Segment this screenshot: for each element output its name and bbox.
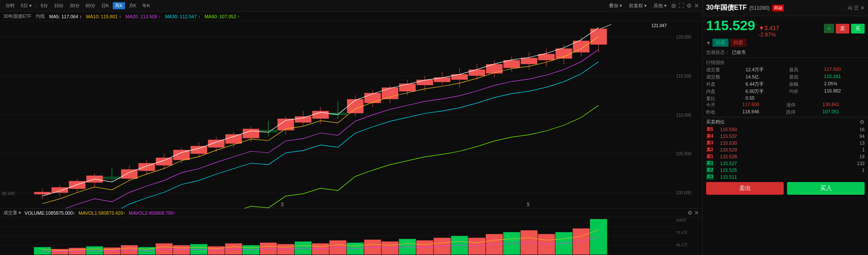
stats-grid: 成交量 12.4万手 最高 117.600 成交额 14.5亿 最低 115.1… [703,67,868,102]
ma-type-label: 均线 [36,13,45,20]
price-change-abs: ▼3.417 [759,25,779,31]
price-change: ▼3.417 -2.87% [759,25,779,38]
stat-label-waipan: 外盘 [706,81,744,87]
flash-sell-button[interactable]: 闪卖 [730,39,746,47]
lianghao-badge: 两融 [772,5,784,11]
ob-vol-sell4: 94 [743,134,865,139]
order-book-header: 买卖档位 ⚙ [703,118,868,126]
period-weekly[interactable]: 周K [113,2,125,9]
ob-price-sell2: 115.529 [714,147,743,152]
ma10-value: MA10: 115.801 ↑ [86,14,121,19]
stat-val-neipan: 6.00万手 [746,88,787,95]
down-arrow: ▼ [706,40,711,45]
ob-settings-icon[interactable]: ⚙ [860,119,865,125]
add-button[interactable]: ＋ [824,24,834,33]
stat-val-dieting: 107.051 [823,109,865,115]
vol-label: 成交量 ▾ [3,210,21,216]
overlay-btn[interactable]: 叠加 ▾ [607,2,624,9]
ob-row-sell2: 卖2 115.529 1 [706,146,865,153]
sep1: | [36,3,37,8]
stat-val-waipan: 6.44万手 [746,81,787,87]
ob-side-sell4: 卖4 [706,133,714,139]
stat-label-liangbi: 量比 [706,95,744,102]
stat-label-dieting: 跌停 [786,109,821,115]
stat-label-neipan: 内盘 [706,88,744,95]
vol-v2: MAVOL1:580873.420↑ [78,210,125,216]
vol-settings-icon[interactable]: ⚙ [687,210,693,216]
market-section-title: 行情报价 [703,59,868,67]
ob-row-sell4: 卖4 115.537 94 [706,133,865,140]
stock-code: (511090) [749,5,770,11]
stat-val-zuigao: 117.600 [824,67,865,73]
stock-label: 30年国债ETF [3,13,31,20]
stat-val-zuidi: 115.161 [824,74,865,80]
volume-panel: 成交量 ▾ VOLUME:1085875.000↑ MAVOL1:580873.… [0,208,702,255]
ai-button[interactable]: Ai [848,5,852,11]
volume-chart[interactable] [0,217,702,255]
ma5-value: MA5: 117.064 ↑ [49,14,82,19]
stat-label-jinkain: 今开 [706,102,741,108]
period-5min[interactable]: 5分 [39,2,50,9]
sell-top-button[interactable]: 卖 [836,24,849,34]
ob-vol-buy1: 132 [743,161,865,166]
ob-title: 买卖档位 [706,119,725,125]
close-icon[interactable]: ✕ [694,3,699,9]
period-60min[interactable]: 60分 [83,2,97,9]
period-30min[interactable]: 30分 [67,2,81,9]
menu-icon[interactable]: ☰ [854,5,859,11]
volume-icons: ⚙ ✕ [687,210,699,216]
other-btn[interactable]: 其他 ▾ [651,2,669,9]
period-daily[interactable]: 日K [99,2,111,9]
flash-buy-button[interactable]: 闪买 [712,39,729,47]
period-15min[interactable]: 15分 [52,2,66,9]
stat-empty2 [824,95,865,102]
stat-val-zhenfu: 2.05% [824,81,865,87]
right-panel: 30年国债ETF (511090) 两融 Ai ☰ ✕ 115.529 ▼3.4… [703,0,868,255]
main-candlestick-chart[interactable] [0,21,702,208]
big-buy-button[interactable]: 买入 [787,182,865,195]
stat-label-zuoshou: 昨收 [706,109,741,115]
period-5ri[interactable]: 5日 ▾ [19,2,34,9]
buy-top-button[interactable]: 买 [851,24,865,34]
ob-side-buy1: 买1 [706,160,714,166]
trade-status-value: 已收市 [732,49,746,56]
period-yearly[interactable]: 年K [140,2,152,9]
grid-icon[interactable]: ⊞ [671,3,676,9]
main-price: 115.529 [706,18,755,34]
close-right-icon[interactable]: ✕ [860,5,865,11]
header-icons: Ai ☰ ✕ [848,5,865,11]
chart-toolbar: 分时 5日 ▾ | 5分 15分 30分 60分 日K 周K 月K 年K 叠加 … [0,0,702,12]
ob-price-buy3: 115.511 [714,174,743,179]
period-fenshí[interactable]: 分时 [3,2,17,9]
ob-price-buy2: 115.525 [714,168,743,173]
ob-row-buy1: 买1 115.527 132 [706,160,865,167]
stat-label-chengjiaoe: 成交额 [706,74,744,80]
ob-price-sell4: 115.537 [714,134,743,139]
chart-main[interactable] [0,21,702,208]
fq-btn[interactable]: 前复权 ▾ [627,2,649,9]
vol-v1: VOLUME:1085875.000↑ [25,210,75,216]
stat-label-zuigao: 最高 [789,67,822,73]
ma20-value: MA20: 113.509 ↑ [125,14,161,19]
ob-vol-sell2: 1 [743,147,865,152]
ob-price-buy1: 115.527 [714,161,743,166]
divider1 [703,57,868,58]
stat-empty1 [789,95,822,102]
toolbar-right: 叠加 ▾ 前复权 ▾ 其他 ▾ ⊞ ⛶ ⚙ ✕ [607,2,699,9]
settings-icon[interactable]: ⚙ [687,3,692,9]
stat-val-jinkain: 117.600 [743,102,785,108]
ma30-value: MA30: 112.547 ↑ [165,14,200,19]
vol-close-icon[interactable]: ✕ [694,210,699,216]
order-book: 卖5 115.550 16 卖4 115.537 94 卖3 115.530 1… [703,126,868,180]
stock-name: 30年国债ETF [706,3,747,12]
stat-val-zangtingm: 130.841 [823,102,865,108]
period-monthly[interactable]: 月K [127,2,139,9]
sell-btn-row: 卖出 买入 [703,180,868,196]
stat-label-chengjiaoliang: 成交量 [706,67,744,73]
fullscreen-icon[interactable]: ⛶ [679,3,684,9]
ob-vol-buy2: 1 [743,168,865,173]
trade-status-label: 交易状态： [706,49,729,56]
stock-header: 30年国债ETF (511090) 两融 Ai ☰ ✕ [703,0,868,16]
big-sell-button[interactable]: 卖出 [706,182,784,195]
vol-v3: MAVOL2:456808.700↑ [129,210,176,216]
